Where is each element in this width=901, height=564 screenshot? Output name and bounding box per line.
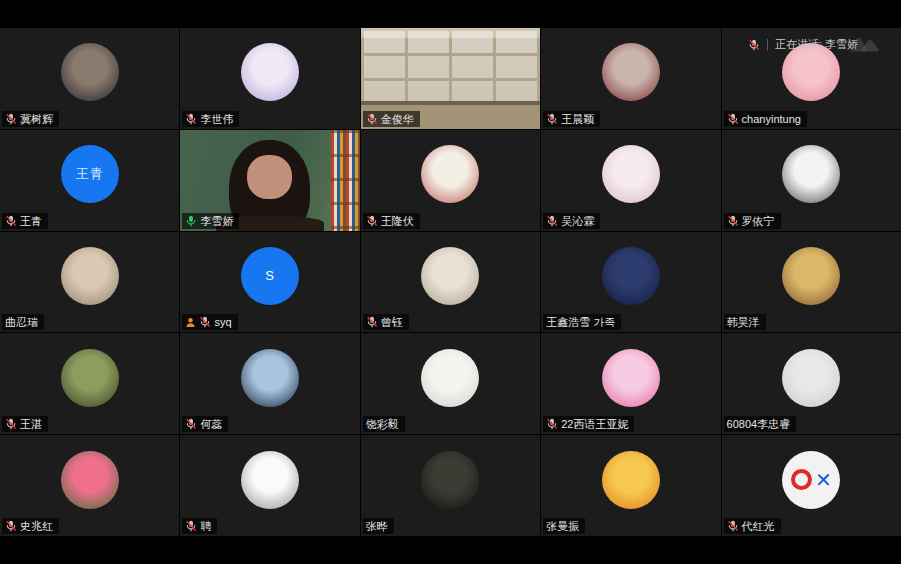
participant-tile[interactable]: 饶彩毅 (361, 333, 540, 434)
mic-muted-icon (546, 215, 558, 227)
mic-muted-icon (727, 520, 739, 532)
avatar (421, 349, 479, 407)
participant-name-tag: syq (182, 314, 237, 330)
participant-name-tag: 曲忍瑞 (2, 314, 44, 330)
participant-tile[interactable]: 曾钰 (361, 232, 540, 333)
avatar (782, 247, 840, 305)
participant-name: 李雪娇 (200, 214, 233, 228)
participant-tile[interactable]: ✕代红光 (722, 435, 901, 536)
participant-tile[interactable]: 罗依宁 (722, 130, 901, 231)
mic-muted-icon (185, 520, 197, 532)
avatar (61, 349, 119, 407)
participant-name: 吴沁霖 (561, 214, 594, 228)
divider (767, 39, 768, 51)
participant-name-tag: 王青 (2, 213, 48, 229)
participant-name-tag: 张晔 (363, 518, 394, 534)
participant-name-tag: 聘 (182, 518, 217, 534)
participant-tile[interactable]: 张晔 (361, 435, 540, 536)
participant-name: 韩昊洋 (727, 315, 760, 329)
avatar (782, 43, 840, 101)
avatar: 王青 (61, 145, 119, 203)
avatar (602, 247, 660, 305)
participant-name: 代红光 (742, 519, 775, 533)
participant-name: 张晔 (366, 519, 388, 533)
avatar (61, 451, 119, 509)
participant-tile[interactable]: 李世伟 (180, 28, 359, 129)
participant-name: 王鑫浩雪 가족 (546, 315, 615, 329)
participant-tile[interactable]: 22西语王亚妮 (541, 333, 720, 434)
mic-muted-icon (546, 418, 558, 430)
participant-tile[interactable]: Ssyq (180, 232, 359, 333)
participant-name: 饶彩毅 (366, 417, 399, 431)
avatar (61, 43, 119, 101)
participant-name: 聘 (200, 519, 211, 533)
participant-name: 曲忍瑞 (5, 315, 38, 329)
participant-name: 李世伟 (200, 112, 233, 126)
participant-tile[interactable]: 何蕊 (180, 333, 359, 434)
participant-name: 何蕊 (200, 417, 222, 431)
avatar (602, 43, 660, 101)
participant-name: 史兆红 (20, 519, 53, 533)
participant-name: 冀树辉 (20, 112, 53, 126)
participant-name: 22西语王亚妮 (561, 417, 628, 431)
participant-name-tag: 饶彩毅 (363, 416, 405, 432)
avatar (241, 43, 299, 101)
avatar-text: S (265, 268, 275, 283)
participant-name-tag: 王湛 (2, 416, 48, 432)
mic-muted-icon (185, 113, 197, 125)
person-face (247, 155, 292, 199)
participant-name-tag: 60804李忠睿 (724, 416, 797, 432)
participant-tile[interactable]: 史兆红 (0, 435, 179, 536)
participant-name-tag: 王隆伏 (363, 213, 420, 229)
avatar (421, 247, 479, 305)
participant-name-tag: 韩昊洋 (724, 314, 766, 330)
avatar (602, 349, 660, 407)
participant-name-tag: 金俊华 (363, 111, 420, 127)
participant-name: syq (214, 315, 231, 329)
mic-muted-icon (5, 113, 17, 125)
participant-tile[interactable]: 张曼振 (541, 435, 720, 536)
mic-muted-icon (727, 113, 739, 125)
participant-tile[interactable]: 60804李忠睿 (722, 333, 901, 434)
avatar: S (241, 247, 299, 305)
avatar (61, 247, 119, 305)
participant-name: 曾钰 (381, 315, 403, 329)
avatar (241, 349, 299, 407)
participant-name-tag: 张曼振 (543, 518, 585, 534)
avatar (602, 451, 660, 509)
mic-muted-icon (5, 520, 17, 532)
mic-muted-icon (727, 215, 739, 227)
participant-tile[interactable]: 金俊华 (361, 28, 540, 129)
participant-name-tag: 22西语王亚妮 (543, 416, 634, 432)
avatar (602, 145, 660, 203)
cross-x-icon: ✕ (815, 470, 832, 490)
participant-name-tag: 罗依宁 (724, 213, 781, 229)
bookshelf-decor (331, 130, 360, 231)
mic-muted-icon (748, 39, 760, 51)
participant-tile[interactable]: 聘 (180, 435, 359, 536)
participant-name: 王隆伏 (381, 214, 414, 228)
participant-tile[interactable]: 王晨颖 (541, 28, 720, 129)
avatar (421, 145, 479, 203)
participant-tile[interactable]: 王鑫浩雪 가족 (541, 232, 720, 333)
participant-name-tag: 曾钰 (363, 314, 409, 330)
mic-muted-icon (5, 418, 17, 430)
mic-muted-icon (366, 113, 378, 125)
participant-name: 王青 (20, 214, 42, 228)
participant-tile[interactable]: 王隆伏 (361, 130, 540, 231)
meeting-window: 正在讲话: 李雪娇 冀树辉李世伟金俊华王晨颖chanyintung王青王青李雪娇… (0, 0, 901, 564)
participant-grid: 冀树辉李世伟金俊华王晨颖chanyintung王青王青李雪娇王隆伏吴沁霖罗依宁曲… (0, 28, 901, 536)
participant-name-tag: 李雪娇 (182, 213, 239, 229)
participant-tile[interactable]: 冀树辉 (0, 28, 179, 129)
participant-name: 罗依宁 (742, 214, 775, 228)
participant-name-tag: 王鑫浩雪 가족 (543, 314, 621, 330)
participant-name-tag: 代红光 (724, 518, 781, 534)
participant-tile[interactable]: 曲忍瑞 (0, 232, 179, 333)
participant-tile[interactable]: 王青王青 (0, 130, 179, 231)
participant-tile[interactable]: 吴沁霖 (541, 130, 720, 231)
participant-tile[interactable]: 韩昊洋 (722, 232, 901, 333)
mic-muted-icon (5, 215, 17, 227)
participant-tile[interactable]: 王湛 (0, 333, 179, 434)
participant-name: 金俊华 (381, 112, 414, 126)
participant-tile[interactable]: 李雪娇 (180, 130, 359, 231)
